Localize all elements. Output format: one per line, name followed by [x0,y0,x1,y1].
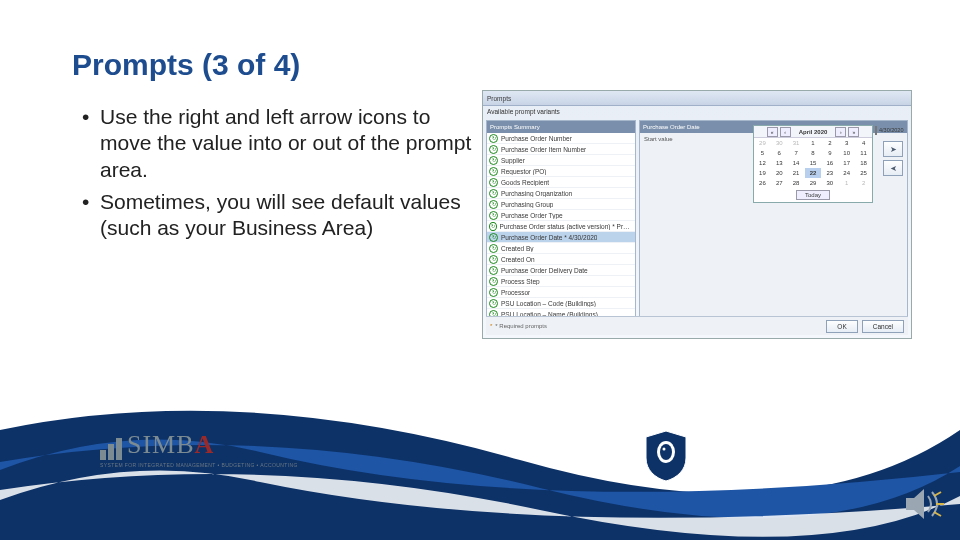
refresh-icon: ↻ [489,277,498,286]
calendar-day[interactable]: 7 [788,148,805,158]
prompt-item[interactable]: ↻Process Step [487,276,635,287]
calendar-day[interactable]: 1 [838,178,855,188]
dialog-tab-label: Available prompt variants [483,106,911,117]
calendar-day[interactable]: 29 [805,178,822,188]
prompt-item[interactable]: ↻Requestor (PO) [487,166,635,177]
calendar-prev-year[interactable]: « [767,127,778,137]
calendar-day[interactable]: 31 [788,138,805,148]
prompt-item-label: Created By [501,245,534,252]
bullet-text: Use the right and left arrow icons to mo… [100,104,482,183]
calendar-day[interactable]: 15 [805,158,822,168]
prompt-item[interactable]: ↻PSU Location – Code (Buildings) [487,298,635,309]
required-prompts-note: ** Required prompts [490,323,547,329]
prompt-item-label: Purchasing Organization [501,190,572,197]
date-checkbox[interactable] [875,126,877,135]
refresh-icon: ↻ [489,167,498,176]
calendar-day[interactable]: 22 [805,168,822,178]
prompt-item[interactable]: ↻Created By [487,243,635,254]
bullet-item: • Sometimes, you will see default values… [82,189,482,242]
calendar-day[interactable]: 16 [821,158,838,168]
calendar-day[interactable]: 14 [788,158,805,168]
calendar-day[interactable]: 30 [821,178,838,188]
calendar-day[interactable]: 19 [754,168,771,178]
prompt-item[interactable]: ↻Purchasing Group [487,199,635,210]
refresh-icon: ↻ [489,178,498,187]
prompt-item[interactable]: ↻Supplier [487,155,635,166]
calendar-day[interactable]: 13 [771,158,788,168]
prompts-summary-header: Prompts Summary [487,121,635,133]
prompt-item[interactable]: ↻Purchase Order status (active version) … [487,221,635,232]
calendar-day[interactable]: 17 [838,158,855,168]
simba-bars-icon [100,438,122,460]
calendar-day[interactable]: 30 [771,138,788,148]
calendar-day[interactable]: 28 [788,178,805,188]
calendar-day[interactable]: 29 [754,138,771,148]
refresh-icon: ↻ [489,222,497,231]
prompt-detail-panel: Purchase Order Date Start value 4/30/202… [639,120,908,326]
refresh-icon: ↻ [489,255,498,264]
calendar-day[interactable]: 2 [821,138,838,148]
refresh-icon: ↻ [489,244,498,253]
selected-date-field[interactable]: 4/30/2020 [875,125,903,135]
calendar-day[interactable]: 26 [754,178,771,188]
prompt-item-label: Process Step [501,278,540,285]
prompt-item[interactable]: ↻Purchasing Organization [487,188,635,199]
calendar-day[interactable]: 1 [805,138,822,148]
slide-title: Prompts (3 of 4) [72,48,300,82]
calendar-day[interactable]: 10 [838,148,855,158]
calendar-day[interactable]: 2 [855,178,872,188]
prompt-item[interactable]: ↻Purchase Order Date * 4/30/2020 [487,232,635,243]
calendar-day[interactable]: 11 [855,148,872,158]
pennstate-wordmark: PennState [703,439,850,473]
calendar-day[interactable]: 23 [821,168,838,178]
simba-logo: SIMBA SYSTEM FOR INTEGRATED MANAGEMENT •… [100,430,298,468]
calendar-popup[interactable]: « ‹ April 2020 › » 293031123456789101112… [753,125,873,203]
move-right-button[interactable]: ➤ [883,141,903,157]
refresh-icon: ↻ [489,233,498,242]
prompt-item-label: Goods Recipient [501,179,549,186]
refresh-icon: ↻ [489,200,498,209]
prompt-item[interactable]: ↻Goods Recipient [487,177,635,188]
shield-icon [643,430,689,482]
svg-point-1 [660,444,672,460]
refresh-icon: ↻ [489,299,498,308]
calendar-day[interactable]: 27 [771,178,788,188]
refresh-icon: ↻ [489,211,498,220]
calendar-day[interactable]: 24 [838,168,855,178]
calendar-day[interactable]: 21 [788,168,805,178]
calendar-day[interactable]: 18 [855,158,872,168]
svg-line-5 [934,512,941,516]
prompt-item-label: Requestor (PO) [501,168,547,175]
calendar-day[interactable]: 4 [855,138,872,148]
bullet-item: • Use the right and left arrow icons to … [82,104,482,183]
svg-line-4 [934,492,941,496]
calendar-month-label: April 2020 [793,129,834,135]
calendar-day[interactable]: 8 [805,148,822,158]
cancel-button[interactable]: Cancel [862,320,904,333]
calendar-day[interactable]: 12 [754,158,771,168]
calendar-next-year[interactable]: » [848,127,859,137]
calendar-day[interactable]: 5 [754,148,771,158]
ok-button[interactable]: OK [826,320,857,333]
calendar-day[interactable]: 3 [838,138,855,148]
calendar-next-month[interactable]: › [835,127,846,137]
calendar-prev-month[interactable]: ‹ [780,127,791,137]
prompt-item[interactable]: ↻Processor [487,287,635,298]
calendar-day[interactable]: 25 [855,168,872,178]
calendar-day[interactable]: 20 [771,168,788,178]
prompt-item[interactable]: ↻Purchase Order Type [487,210,635,221]
move-left-button[interactable]: ➤ [883,160,903,176]
calendar-today-button[interactable]: Today [796,190,830,200]
prompt-item[interactable]: ↻Purchase Order Item Number [487,144,635,155]
dialog-title: Prompts [487,95,511,102]
prompt-item[interactable]: ↻Purchase Order Number [487,133,635,144]
svg-point-2 [663,448,666,451]
calendar-day[interactable]: 6 [771,148,788,158]
prompt-item-label: Purchase Order Delivery Date [501,267,588,274]
prompt-item[interactable]: ↻Created On [487,254,635,265]
calendar-day[interactable]: 9 [821,148,838,158]
selected-date-value: 4/30/2020 [879,127,903,133]
prompt-item[interactable]: ↻Purchase Order Delivery Date [487,265,635,276]
prompt-item-label: Purchase Order Number [501,135,572,142]
arrow-right-icon: ➤ [890,145,897,154]
